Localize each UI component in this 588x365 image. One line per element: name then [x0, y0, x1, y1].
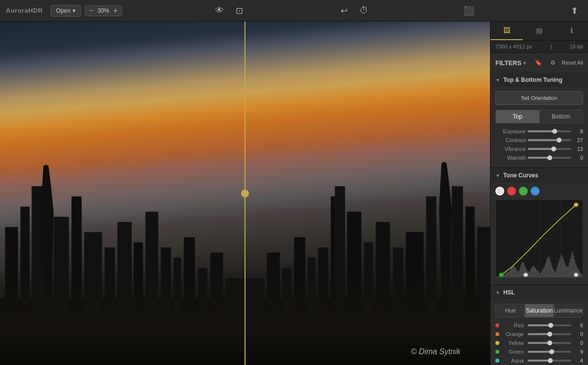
section-top-bottom-tuning: ▼ Top & Bottom Tuning Set Orientation To…	[490, 73, 588, 168]
svg-point-47	[574, 273, 578, 277]
section-arrow-top-bottom: ▼	[495, 77, 500, 83]
section-title-top-bottom: Top & Bottom Tuning	[503, 76, 563, 83]
hsl-yellow-value: 0	[573, 340, 583, 346]
tone-curve-canvas[interactable]	[495, 199, 583, 278]
hsl-aqua-label: Aqua	[501, 358, 526, 364]
contrast-value: 27	[573, 137, 583, 143]
hsl-yellow-track[interactable]	[528, 342, 571, 344]
sidebar-icon-image[interactable]: 🖼	[490, 22, 523, 40]
hsl-red-value: 6	[573, 322, 583, 328]
filters-header: FILTERS ▾ 🔖 ⚙ Reset All	[490, 53, 588, 73]
hsl-orange-row: Orange 0	[495, 331, 583, 337]
filters-settings-button[interactable]: ⚙	[547, 57, 559, 69]
exposure-value: 8	[573, 128, 583, 134]
reset-all-button[interactable]: Reset All	[562, 60, 583, 66]
section-arrow-tone-curves: ▼	[495, 173, 500, 178]
filters-actions: 🔖 ⚙ Reset All	[533, 57, 583, 69]
vibrance-label: Vibrance	[495, 146, 526, 152]
hsl-orange-dot	[495, 332, 499, 336]
section-title-tone-curves: Tone Curves	[503, 172, 539, 179]
split-divider-handle[interactable]	[241, 190, 249, 197]
img-bit-depth: 16-bit	[569, 44, 583, 49]
preview-icon: 👁	[215, 5, 224, 16]
crop-button[interactable]: ⬛	[461, 3, 477, 19]
zoom-out-button[interactable]: −	[88, 7, 95, 15]
hsl-aqua-row: Aqua 4	[495, 358, 583, 364]
exposure-slider-row: Exposure 8	[495, 128, 583, 134]
exposure-track[interactable]	[528, 130, 571, 132]
open-button[interactable]: Open ▾	[50, 5, 80, 17]
section-body-tone-curves	[490, 183, 588, 285]
hsl-green-dot	[495, 350, 499, 354]
svg-point-44	[499, 273, 504, 277]
section-header-top-bottom[interactable]: ▼ Top & Bottom Tuning	[490, 73, 588, 87]
hsl-green-label: Green	[501, 349, 526, 355]
vibrance-value: 13	[573, 146, 583, 152]
sidebar-top-icons: 🖼 ▤ ℹ	[490, 22, 588, 41]
sidebar-icon-layers[interactable]: ▤	[523, 22, 555, 40]
share-icon: ⬆	[571, 5, 578, 16]
preview-button[interactable]: 👁	[212, 3, 227, 19]
main-area: © Dima Sytnik 🖼 ▤ ℹ 7360 x 4912 px	[0, 22, 588, 365]
undo-button[interactable]: ↩	[337, 3, 352, 19]
app-logo: AuroraHDR	[6, 7, 43, 14]
hsl-red-row: Red 6	[495, 322, 583, 328]
sidebar-img-info: 7360 x 4912 px | 16-bit	[490, 41, 588, 53]
filters-title: FILTERS ▾	[495, 59, 526, 67]
hsl-green-track[interactable]	[528, 351, 571, 353]
zoom-value: 30%	[96, 7, 111, 14]
set-orientation-button[interactable]: Set Orientation	[495, 91, 583, 105]
compare-button[interactable]: ⊡	[231, 3, 247, 19]
bottom-button[interactable]: Bottom	[539, 110, 583, 123]
share-button[interactable]: ⬆	[566, 3, 582, 19]
hsl-green-value: 9	[573, 349, 583, 355]
hsl-red-dot	[495, 323, 499, 327]
hsl-green-row: Green 9	[495, 349, 583, 355]
hsl-red-label: Red	[501, 322, 526, 328]
history-icon: ⏱	[360, 5, 368, 16]
hsl-yellow-row: Yellow 0	[495, 340, 583, 346]
compare-icon: ⊡	[236, 5, 243, 16]
hsl-orange-track[interactable]	[528, 333, 571, 335]
vibrance-slider-row: Vibrance 13	[495, 146, 583, 152]
curve-color-buttons	[495, 187, 583, 195]
filters-bookmark-button[interactable]: 🔖	[533, 57, 544, 69]
section-header-tone-curves[interactable]: ▼ Tone Curves	[490, 168, 588, 183]
contrast-label: Contrast	[495, 137, 526, 143]
layers-icon: ▤	[536, 26, 542, 34]
hsl-tab-luminance[interactable]: Luminance	[554, 304, 583, 317]
curve-color-blue[interactable]	[531, 187, 539, 195]
zoom-in-button[interactable]: +	[112, 7, 119, 15]
curve-color-green[interactable]	[519, 187, 528, 195]
sidebar-icon-info[interactable]: ℹ	[556, 22, 588, 40]
section-title-hsl: HSL	[503, 289, 515, 296]
logo-aurora: Aurora	[6, 7, 28, 14]
warmth-slider-row: Warmth 0	[495, 155, 583, 161]
section-body-top-bottom: Set Orientation Top Bottom Exposure 8	[490, 87, 588, 168]
hsl-red-track[interactable]	[528, 324, 571, 326]
top-button[interactable]: Top	[496, 110, 539, 123]
hsl-tab-hue[interactable]: Hue	[496, 304, 525, 317]
curve-color-red[interactable]	[507, 187, 516, 195]
section-header-hsl[interactable]: ▼ HSL	[490, 285, 588, 300]
exposure-label: Exposure	[495, 128, 526, 134]
filters-chevron-icon: ▾	[523, 60, 526, 66]
curve-color-white[interactable]	[495, 187, 504, 195]
warmth-track[interactable]	[528, 157, 571, 159]
toolbar: AuroraHDR Open ▾ − 30% + 👁 ⊡ ↩ ⏱ ⬛ ⬆	[0, 0, 588, 22]
hsl-aqua-track[interactable]	[528, 360, 571, 362]
image-area[interactable]: © Dima Sytnik	[0, 22, 490, 365]
image-icon: 🖼	[503, 26, 510, 34]
info-icon: ℹ	[570, 26, 573, 34]
section-tone-curves: ▼ Tone Curves	[490, 168, 588, 285]
hsl-yellow-label: Yellow	[501, 340, 526, 346]
vibrance-track[interactable]	[528, 148, 571, 150]
hsl-tab-group: Hue Saturation Luminance	[495, 304, 583, 317]
curve-svg	[496, 200, 583, 277]
hsl-aqua-value: 4	[573, 358, 583, 364]
contrast-track[interactable]	[528, 139, 571, 141]
hsl-tab-saturation[interactable]: Saturation	[525, 304, 554, 317]
history-button[interactable]: ⏱	[356, 3, 372, 19]
top-bottom-toggle: Top Bottom	[495, 110, 583, 123]
svg-point-46	[523, 273, 528, 277]
